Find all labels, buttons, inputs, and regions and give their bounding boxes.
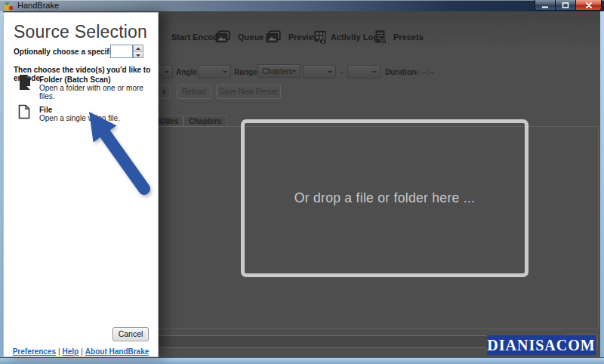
spinner-up-button[interactable] <box>134 45 143 51</box>
angle-label: Angle: <box>176 68 199 76</box>
folder-option-name: Folder (Batch Scan) <box>39 76 110 84</box>
right-arrow-icon <box>163 89 169 95</box>
links-separator: | <box>81 347 83 356</box>
tab-chapters[interactable]: Chapters <box>183 116 226 127</box>
file-drop-zone[interactable]: Or drop a file or folder here ... <box>241 119 528 277</box>
about-handbrake-link[interactable]: About HandBrake <box>85 347 149 356</box>
annotation-arrow-icon <box>76 100 162 202</box>
window-controls <box>535 0 602 11</box>
folder-option-description: Open a folder with one or more files. <box>39 84 158 100</box>
handbrake-window: HandBrake Start Encode Queue <box>0 0 604 364</box>
watermark-badge: DIANISACOM <box>487 335 596 355</box>
duration-value: --:--:-- <box>414 68 434 76</box>
reload-button[interactable]: Reload <box>177 85 211 99</box>
spinner-down-button[interactable] <box>134 51 143 58</box>
activity-log-button[interactable]: Activity Log <box>331 32 378 42</box>
drop-zone-text: Or drop a file or folder here ... <box>294 190 475 206</box>
queue-button[interactable]: Queue <box>238 32 263 42</box>
queue-icon <box>214 29 231 45</box>
maximize-button[interactable] <box>556 0 576 11</box>
range-type-dropdown[interactable]: Chapters <box>257 64 300 78</box>
window-border-bottom <box>0 357 604 364</box>
window-title: HandBrake <box>17 1 59 10</box>
help-link[interactable]: Help <box>63 347 79 356</box>
title-bar: HandBrake <box>0 0 604 11</box>
footer-links: Preferences|Help|About HandBrake <box>4 347 158 356</box>
folder-batch-icon <box>18 74 32 91</box>
window-border-right <box>600 11 604 357</box>
close-button[interactable] <box>576 0 602 11</box>
activity-log-icon <box>312 29 328 45</box>
title-number-stepper <box>133 45 143 58</box>
range-end-dropdown[interactable] <box>347 65 381 79</box>
cancel-button[interactable]: Cancel <box>112 327 149 341</box>
preferences-link[interactable]: Preferences <box>13 347 56 356</box>
preview-icon <box>265 29 282 45</box>
range-separator: - <box>341 68 343 76</box>
save-new-preset-button[interactable]: Save New Preset <box>216 85 281 99</box>
handbrake-app-icon <box>4 1 14 11</box>
file-icon <box>18 104 32 121</box>
file-option-name: File <box>39 106 52 114</box>
title-number-input[interactable] <box>110 45 133 58</box>
source-selection-panel: Source Selection Optionally choose a spe… <box>3 12 159 357</box>
links-separator: | <box>58 347 60 356</box>
panel-title: Source Selection <box>14 22 147 42</box>
presets-icon <box>372 29 389 45</box>
title-dropdown[interactable] <box>157 65 173 79</box>
presets-button[interactable]: Presets <box>393 32 424 42</box>
range-type-value: Chapters <box>262 67 293 76</box>
minimize-button[interactable] <box>535 0 556 11</box>
duration-label: Duration: <box>385 68 418 76</box>
angle-dropdown[interactable] <box>198 65 231 79</box>
range-label: Range: <box>234 68 260 76</box>
preset-expand-button[interactable] <box>157 85 171 99</box>
range-start-dropdown[interactable] <box>303 65 336 79</box>
